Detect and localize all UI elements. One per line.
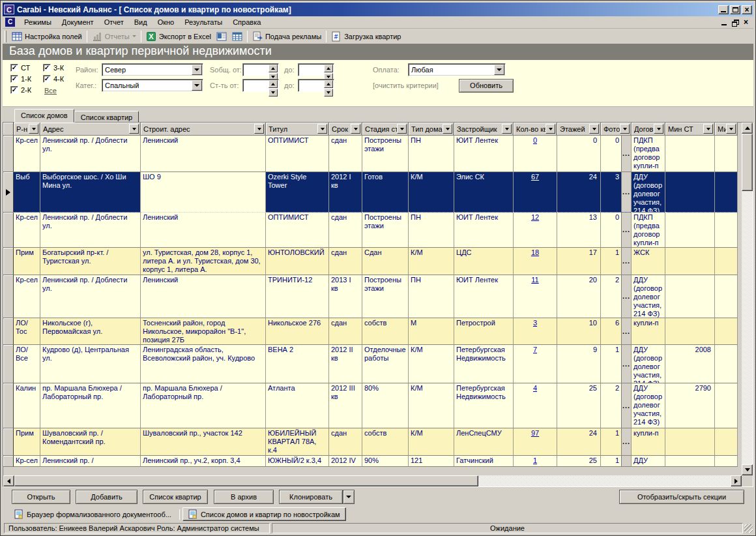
area-from-spinner[interactable] (242, 63, 279, 76)
price-from-spinner[interactable] (242, 79, 279, 92)
menu-item-view[interactable]: Вид (129, 17, 153, 27)
column-filter-button[interactable] (129, 124, 139, 134)
menu-item-window[interactable]: Окно (153, 17, 180, 27)
checkbox-4k-box[interactable]: ✓ (43, 75, 51, 83)
column-filter-button[interactable] (397, 124, 407, 134)
table-row[interactable]: ВыбВыборгское шос. / Хо Ши Мина ул.ШО 9O… (3, 172, 742, 213)
maximize-button[interactable] (730, 5, 740, 14)
apartments-count-link[interactable]: 7 (516, 346, 555, 354)
clone-dropdown-button[interactable] (343, 490, 355, 504)
table-row[interactable]: Кр-селЛенинский пр. / Доблести ул.Ленинс… (3, 275, 742, 318)
spin-up-button[interactable] (324, 80, 333, 88)
archive-button[interactable]: В архив (214, 490, 274, 504)
export-excel-button[interactable]: X Экспорт в Excel (143, 29, 214, 43)
tab-houses[interactable]: Список домов (14, 109, 74, 123)
apartments-list-button[interactable]: Список квартир (143, 490, 208, 504)
spin-up-button[interactable] (324, 65, 333, 72)
price-to-spinner[interactable] (298, 79, 334, 92)
bottom-tab-browser[interactable]: Браузер формализованного документооб... (9, 507, 177, 521)
table-row[interactable]: ПримШуваловский пр. / Комендантский пр.Ш… (3, 428, 742, 456)
apartments-count-link[interactable]: 12 (516, 213, 555, 222)
row-selector[interactable] (3, 248, 14, 275)
menu-item-document[interactable]: Документ (57, 17, 99, 27)
open-button[interactable]: Открыть (12, 490, 70, 504)
column-filter-button[interactable] (254, 124, 264, 134)
column-header-photo[interactable]: Фото (601, 123, 632, 136)
horizontal-scroll-thumb[interactable] (14, 475, 478, 486)
photo-ellipsis-button[interactable]: ... (621, 275, 631, 318)
bottom-tab-houses[interactable]: Список домов и квартир по новостройкам (182, 507, 346, 521)
menu-item-report[interactable]: Отчет (99, 17, 129, 27)
table-row[interactable]: Кр-селЛенинский пр. /Ленинский пр., уч.2… (3, 456, 742, 467)
minimize-button[interactable] (718, 5, 729, 14)
row-selector[interactable] (3, 456, 14, 467)
column-filter-button[interactable] (654, 124, 663, 134)
row-selector[interactable] (3, 345, 14, 383)
checkbox-1k-box[interactable]: ✓ (10, 75, 18, 83)
mdi-restore-button[interactable] (732, 20, 738, 25)
vertical-scroll-thumb[interactable] (742, 134, 753, 191)
scroll-down-button[interactable] (742, 464, 753, 475)
spin-down-button[interactable] (324, 89, 333, 97)
menu-item-results[interactable]: Результаты (179, 17, 227, 27)
tab-apartments[interactable]: Список квартир (74, 111, 139, 123)
photo-ellipsis-button[interactable]: ... (621, 318, 631, 344)
column-filter-button[interactable] (545, 124, 555, 134)
mdi-close-button[interactable]: × (744, 19, 748, 25)
apartments-count-link[interactable]: 18 (516, 248, 555, 257)
photo-ellipsis-button[interactable] (621, 456, 631, 466)
menu-item-modes[interactable]: Режимы (19, 17, 57, 27)
mdi-minimize-button[interactable] (721, 20, 727, 25)
column-filter-button[interactable] (703, 124, 713, 134)
column-filter-button[interactable] (620, 124, 630, 134)
category-dropdown-button[interactable] (192, 80, 202, 91)
table-row[interactable]: ЛО/ТосНикольское (г), Первомайская ул.То… (3, 318, 742, 345)
clear-criteria-link[interactable]: [очистить критерии] (373, 82, 439, 89)
checkbox-st[interactable]: ✓СТ (10, 64, 30, 72)
close-button[interactable]: × (742, 5, 752, 14)
table-view-button[interactable] (229, 29, 245, 43)
column-filter-button[interactable] (443, 124, 452, 134)
scroll-up-button[interactable] (742, 123, 753, 134)
column-header-type[interactable]: Тип дома (409, 123, 454, 136)
column-filter-button[interactable] (29, 124, 38, 134)
apartments-count-link[interactable]: 4 (516, 384, 555, 393)
spin-up-button[interactable] (269, 80, 278, 88)
photo-ellipsis-button[interactable]: ... (621, 428, 631, 455)
apartments-count-link[interactable]: 0 (516, 136, 555, 145)
toggle-sections-button[interactable]: Отобразить/скрыть секции (619, 490, 744, 504)
column-header-title[interactable]: Титул (266, 123, 329, 136)
checkbox-3k-box[interactable]: ✓ (43, 64, 51, 72)
mdi-system-icon[interactable]: C (5, 18, 15, 27)
resize-grip[interactable] (744, 524, 753, 533)
column-filter-button[interactable] (589, 124, 599, 134)
column-filter-button[interactable] (726, 124, 736, 134)
menu-item-help[interactable]: Справка (227, 17, 266, 27)
column-header-minst[interactable]: Мин СТ (665, 123, 715, 136)
row-selector[interactable] (3, 136, 14, 172)
column-header-rn[interactable]: Р-н (14, 123, 40, 136)
load-apartments-button[interactable]: # Загрузка квартир (328, 29, 403, 43)
table-row[interactable]: Кр-селЛенинский пр. / Доблести ул.Ленинс… (3, 213, 742, 248)
column-header-addr[interactable]: Адрес (40, 123, 141, 136)
category-select[interactable]: Спальный (102, 79, 203, 92)
refresh-button[interactable]: Обновить (459, 79, 514, 93)
column-header-contract[interactable]: Догов (632, 123, 665, 136)
photo-ellipsis-button[interactable]: ... (621, 248, 631, 275)
checkbox-4k[interactable]: ✓4-К (43, 75, 64, 83)
row-selector[interactable] (3, 428, 14, 456)
apartments-count-link[interactable]: 11 (516, 276, 555, 284)
apartments-count-link[interactable]: 97 (516, 429, 555, 438)
photo-ellipsis-button[interactable]: ... (621, 213, 631, 247)
row-selector[interactable] (3, 213, 14, 248)
table-row[interactable]: ЛО/ВсеКудрово (д), Центральная ул.Ленинг… (3, 345, 742, 383)
reports-button[interactable]: Отчеты (89, 29, 139, 43)
row-selector[interactable] (3, 275, 14, 318)
column-filter-button[interactable] (502, 124, 512, 134)
apartments-count-link[interactable]: 1 (516, 456, 555, 465)
checkbox-st-box[interactable]: ✓ (10, 64, 18, 72)
apartments-count-link[interactable]: 67 (516, 173, 555, 181)
table-row[interactable]: Калинпр. Маршала Блюхера / Лабораторный … (3, 383, 742, 428)
vertical-scrollbar[interactable] (742, 123, 753, 475)
scroll-right-button[interactable] (731, 475, 742, 486)
